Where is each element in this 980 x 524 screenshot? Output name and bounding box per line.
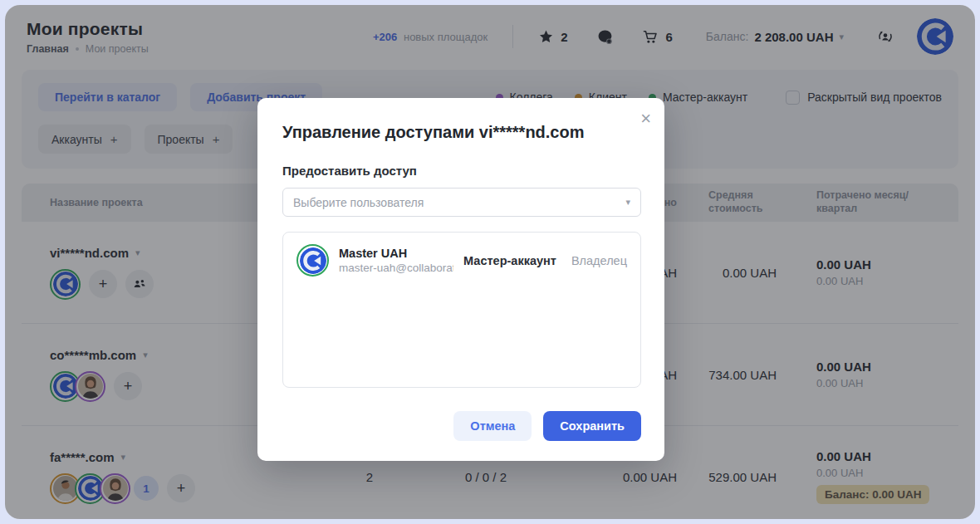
cancel-button[interactable]: Отмена — [453, 411, 532, 441]
user-list-item: Master UAH master-uah@collaborat... Маст… — [296, 244, 627, 277]
grant-access-label: Предоставить доступ — [282, 164, 641, 178]
collaborator-logo-icon — [300, 247, 326, 274]
user-select[interactable]: Выберите пользователя ▾ — [282, 188, 641, 217]
access-management-modal: × Управление доступами vi*****nd.com Пре… — [257, 98, 664, 461]
close-icon[interactable]: × — [640, 110, 651, 128]
modal-footer: Отмена Сохранить — [282, 411, 641, 441]
user-role: Мастер-аккаунт — [463, 254, 556, 267]
app-window: Мои проекты Главная Мои проекты +206 нов… — [5, 5, 975, 519]
user-select-placeholder: Выберите пользователя — [293, 196, 424, 209]
modal-title: Управление доступами vi*****nd.com — [282, 123, 641, 142]
access-user-list: Master UAH master-uah@collaborat... Маст… — [282, 232, 641, 388]
user-name: Master UAH — [339, 247, 453, 260]
user-avatar — [296, 244, 329, 277]
user-permission: Владелец — [571, 254, 627, 267]
chevron-down-icon: ▾ — [625, 197, 630, 208]
save-button[interactable]: Сохранить — [543, 411, 641, 441]
user-email: master-uah@collaborat... — [339, 262, 453, 274]
user-identity: Master UAH master-uah@collaborat... — [339, 247, 453, 274]
